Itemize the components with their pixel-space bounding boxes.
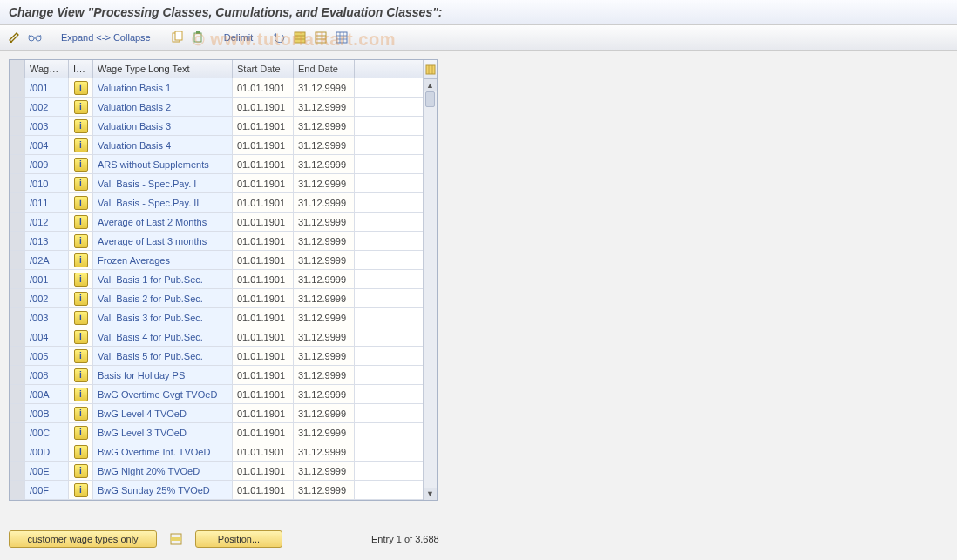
cell-wage-type[interactable]: /00C (25, 423, 69, 442)
cell-end-date[interactable]: 31.12.9999 (294, 347, 355, 365)
vertical-scrollbar[interactable]: ▲ ▼ (423, 60, 437, 500)
clipboard-icon[interactable] (189, 29, 207, 46)
position-select-icon[interactable] (167, 530, 185, 548)
cell-start-date[interactable]: 01.01.1901 (233, 347, 294, 365)
cell-long-text[interactable]: Val. Basis 1 for Pub.Sec. (93, 270, 233, 288)
col-start-date[interactable]: Start Date (233, 60, 294, 78)
info-icon[interactable]: i (74, 215, 88, 229)
scroll-thumb[interactable] (425, 91, 435, 107)
info-icon[interactable]: i (74, 464, 88, 478)
col-info[interactable]: Inf... (69, 60, 93, 78)
info-icon[interactable]: i (74, 196, 88, 210)
row-selector[interactable] (10, 481, 25, 499)
info-icon[interactable]: i (74, 81, 88, 95)
cell-wage-type[interactable]: /00E (25, 462, 69, 480)
row-selector[interactable] (10, 98, 25, 116)
cell-end-date[interactable]: 31.12.9999 (294, 155, 355, 173)
cell-long-text[interactable]: BwG Level 4 TVOeD (93, 404, 233, 422)
cell-wage-type[interactable]: /013 (25, 232, 69, 250)
delimit-button[interactable]: Delimit (219, 30, 259, 44)
cell-long-text[interactable]: Average of Last 3 months (93, 232, 233, 250)
glasses-icon[interactable] (26, 29, 44, 46)
info-icon[interactable]: i (74, 273, 88, 287)
cell-end-date[interactable]: 31.12.9999 (294, 481, 355, 499)
col-end-date[interactable]: End Date (294, 60, 355, 78)
cell-long-text[interactable]: Valuation Basis 1 (93, 78, 233, 97)
cell-start-date[interactable]: 01.01.1901 (233, 442, 294, 461)
row-selector[interactable] (10, 385, 25, 403)
cell-end-date[interactable]: 31.12.9999 (294, 136, 355, 154)
cell-long-text[interactable]: BwG Overtime Gvgt TVOeD (93, 385, 233, 403)
row-selector[interactable] (10, 136, 25, 154)
cell-wage-type[interactable]: /011 (25, 193, 69, 212)
cell-end-date[interactable]: 31.12.9999 (294, 117, 355, 135)
row-selector[interactable] (10, 404, 25, 422)
row-selector[interactable] (10, 117, 25, 135)
cell-end-date[interactable]: 31.12.9999 (294, 462, 355, 480)
cell-wage-type[interactable]: /005 (25, 347, 69, 365)
cell-wage-type[interactable]: /00D (25, 442, 69, 461)
cell-start-date[interactable]: 01.01.1901 (233, 174, 294, 192)
cell-long-text[interactable]: Val. Basis 3 for Pub.Sec. (93, 308, 233, 327)
cell-wage-type[interactable]: /00F (25, 481, 69, 499)
cell-start-date[interactable]: 01.01.1901 (233, 462, 294, 480)
scroll-down-icon[interactable]: ▼ (424, 488, 437, 500)
cell-wage-type[interactable]: /00A (25, 385, 69, 403)
cell-start-date[interactable]: 01.01.1901 (233, 232, 294, 250)
info-icon[interactable]: i (74, 119, 88, 133)
cell-start-date[interactable]: 01.01.1901 (233, 308, 294, 327)
cell-start-date[interactable]: 01.01.1901 (233, 193, 294, 212)
cell-end-date[interactable]: 31.12.9999 (294, 423, 355, 442)
info-icon[interactable]: i (74, 234, 88, 248)
cell-wage-type[interactable]: /001 (25, 270, 69, 288)
info-icon[interactable]: i (74, 426, 88, 440)
row-selector[interactable] (10, 193, 25, 212)
cell-end-date[interactable]: 31.12.9999 (294, 366, 355, 384)
cell-long-text[interactable]: BwG Overtime Int. TVOeD (93, 442, 233, 461)
info-icon[interactable]: i (74, 177, 88, 191)
select-all-icon[interactable] (291, 29, 309, 46)
cell-end-date[interactable]: 31.12.9999 (294, 78, 355, 97)
row-selector[interactable] (10, 213, 25, 231)
cell-end-date[interactable]: 31.12.9999 (294, 442, 355, 461)
toggle-change-icon[interactable] (5, 29, 23, 46)
cell-wage-type[interactable]: /003 (25, 308, 69, 327)
table-settings-icon[interactable] (333, 29, 350, 46)
info-icon[interactable]: i (74, 483, 88, 497)
undo-icon[interactable] (270, 29, 288, 46)
cell-start-date[interactable]: 01.01.1901 (233, 98, 294, 116)
cell-long-text[interactable]: Val. Basis - Spec.Pay. II (93, 193, 233, 212)
cell-end-date[interactable]: 31.12.9999 (294, 327, 355, 346)
row-selector[interactable] (10, 174, 25, 192)
cell-long-text[interactable]: BwG Night 20% TVOeD (93, 462, 233, 480)
row-selector[interactable] (10, 442, 25, 461)
customer-wage-types-button[interactable]: customer wage types only (9, 530, 157, 548)
row-selector[interactable] (10, 289, 25, 307)
cell-wage-type[interactable]: /004 (25, 327, 69, 346)
cell-long-text[interactable]: BwG Level 3 TVOeD (93, 423, 233, 442)
cell-end-date[interactable]: 31.12.9999 (294, 98, 355, 116)
info-icon[interactable]: i (74, 349, 88, 363)
cell-start-date[interactable]: 01.01.1901 (233, 251, 294, 269)
cell-wage-type[interactable]: /001 (25, 78, 69, 97)
cell-wage-type[interactable]: /004 (25, 136, 69, 154)
cell-wage-type[interactable]: /008 (25, 366, 69, 384)
cell-wage-type[interactable]: /00B (25, 404, 69, 422)
info-icon[interactable]: i (74, 138, 88, 152)
cell-long-text[interactable]: Val. Basis - Spec.Pay. I (93, 174, 233, 192)
cell-long-text[interactable]: Valuation Basis 4 (93, 136, 233, 154)
cell-wage-type[interactable]: /02A (25, 251, 69, 269)
cell-end-date[interactable]: 31.12.9999 (294, 213, 355, 231)
cell-end-date[interactable]: 31.12.9999 (294, 404, 355, 422)
cell-end-date[interactable]: 31.12.9999 (294, 232, 355, 250)
info-icon[interactable]: i (74, 311, 88, 325)
cell-long-text[interactable]: Basis for Holiday PS (93, 366, 233, 384)
row-selector[interactable] (10, 270, 25, 288)
cell-long-text[interactable]: Valuation Basis 3 (93, 117, 233, 135)
row-selector[interactable] (10, 232, 25, 250)
cell-start-date[interactable]: 01.01.1901 (233, 423, 294, 442)
col-wage-type[interactable]: Wage Ty... (25, 60, 69, 78)
cell-end-date[interactable]: 31.12.9999 (294, 308, 355, 327)
cell-long-text[interactable]: Valuation Basis 2 (93, 98, 233, 116)
info-icon[interactable]: i (74, 158, 88, 172)
